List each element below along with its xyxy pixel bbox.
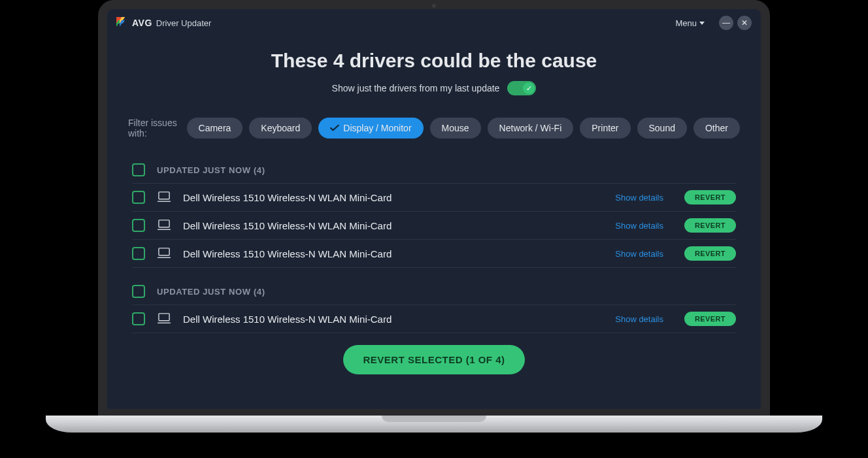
check-icon bbox=[330, 125, 339, 131]
row-checkbox[interactable] bbox=[132, 312, 145, 325]
laptop-icon bbox=[157, 248, 171, 259]
driver-name: Dell Wireless 1510 Wireless-N WLAN Mini-… bbox=[183, 192, 603, 203]
show-details-link[interactable]: Show details bbox=[615, 193, 663, 203]
screen-bezel: AVG Driver Updater Menu — ✕ These 4 driv… bbox=[98, 0, 770, 418]
revert-button[interactable]: REVERT bbox=[684, 312, 736, 326]
driver-row: Dell Wireless 1510 Wireless-N WLAN Mini-… bbox=[132, 240, 736, 268]
filter-pill-display[interactable]: Display / Monitor bbox=[318, 118, 423, 139]
menu-label: Menu bbox=[675, 18, 697, 28]
content-area: These 4 drivers could be the cause Show … bbox=[107, 37, 761, 381]
filter-pill-mouse[interactable]: Mouse bbox=[430, 118, 481, 139]
filter-pill-printer[interactable]: Printer bbox=[580, 118, 630, 139]
driver-list: UPDATED JUST NOW (4) Dell Wireless 1510 … bbox=[128, 158, 740, 333]
driver-row: Dell Wireless 1510 Wireless-N WLAN Mini-… bbox=[132, 212, 736, 240]
laptop-icon bbox=[157, 220, 171, 231]
camera-dot bbox=[432, 4, 436, 8]
laptop-icon bbox=[157, 191, 171, 203]
avg-logo-icon bbox=[116, 17, 128, 29]
driver-row: Dell Wireless 1510 Wireless-N WLAN Mini-… bbox=[132, 184, 736, 212]
toggle-row: Show just the drivers from my last updat… bbox=[128, 81, 740, 95]
filter-bar: Filter issues with: Camera Keyboard Disp… bbox=[128, 118, 740, 139]
svg-rect-2 bbox=[159, 248, 169, 255]
footer: REVERT SELECTED (1 OF 4) bbox=[128, 333, 740, 381]
revert-selected-button[interactable]: REVERT SELECTED (1 OF 4) bbox=[343, 345, 524, 374]
menu-dropdown[interactable]: Menu bbox=[675, 18, 705, 28]
row-checkbox[interactable] bbox=[132, 191, 145, 204]
filter-pill-other[interactable]: Other bbox=[693, 118, 740, 139]
laptop-icon bbox=[157, 313, 171, 325]
driver-row: Dell Wireless 1510 Wireless-N WLAN Mini-… bbox=[132, 305, 736, 333]
group-header: UPDATED JUST NOW (4) bbox=[132, 280, 736, 305]
svg-rect-3 bbox=[159, 314, 169, 321]
last-update-toggle[interactable]: ✓ bbox=[507, 81, 536, 95]
laptop-frame: AVG Driver Updater Menu — ✕ These 4 driv… bbox=[98, 0, 770, 431]
revert-button[interactable]: REVERT bbox=[684, 246, 736, 261]
group-checkbox[interactable] bbox=[132, 285, 145, 298]
brand-text: AVG bbox=[132, 18, 152, 28]
group-header: UPDATED JUST NOW (4) bbox=[132, 158, 736, 184]
filter-label: Filter issues with: bbox=[128, 118, 178, 139]
revert-button[interactable]: REVERT bbox=[684, 218, 736, 233]
show-details-link[interactable]: Show details bbox=[615, 249, 663, 259]
filter-pill-camera[interactable]: Camera bbox=[187, 118, 243, 139]
chevron-down-icon bbox=[699, 22, 705, 25]
svg-rect-0 bbox=[159, 192, 169, 199]
minimize-button[interactable]: — bbox=[719, 16, 733, 30]
driver-name: Dell Wireless 1510 Wireless-N WLAN Mini-… bbox=[183, 248, 603, 259]
filter-pill-network[interactable]: Network / Wi-Fi bbox=[488, 118, 574, 139]
show-details-link[interactable]: Show details bbox=[615, 221, 663, 231]
group-checkbox[interactable] bbox=[132, 163, 145, 176]
show-details-link[interactable]: Show details bbox=[615, 314, 663, 324]
product-text: Driver Updater bbox=[156, 18, 212, 28]
laptop-notch bbox=[382, 416, 486, 422]
laptop-base bbox=[46, 416, 822, 433]
app-screen: AVG Driver Updater Menu — ✕ These 4 driv… bbox=[107, 9, 761, 409]
svg-rect-1 bbox=[159, 220, 169, 227]
toggle-label: Show just the drivers from my last updat… bbox=[332, 83, 500, 93]
group-title: UPDATED JUST NOW (4) bbox=[157, 165, 265, 175]
driver-name: Dell Wireless 1510 Wireless-N WLAN Mini-… bbox=[183, 314, 603, 325]
toggle-knob-check-icon: ✓ bbox=[523, 82, 535, 94]
titlebar: AVG Driver Updater Menu — ✕ bbox=[107, 9, 761, 37]
page-title: These 4 drivers could be the cause bbox=[128, 50, 740, 72]
driver-name: Dell Wireless 1510 Wireless-N WLAN Mini-… bbox=[183, 220, 603, 231]
revert-button[interactable]: REVERT bbox=[684, 190, 736, 204]
filter-pill-sound[interactable]: Sound bbox=[637, 118, 687, 139]
filter-pill-keyboard[interactable]: Keyboard bbox=[249, 118, 312, 139]
group-title: UPDATED JUST NOW (4) bbox=[157, 287, 265, 297]
row-checkbox[interactable] bbox=[132, 219, 145, 232]
row-checkbox[interactable] bbox=[132, 247, 145, 260]
close-button[interactable]: ✕ bbox=[737, 16, 752, 30]
